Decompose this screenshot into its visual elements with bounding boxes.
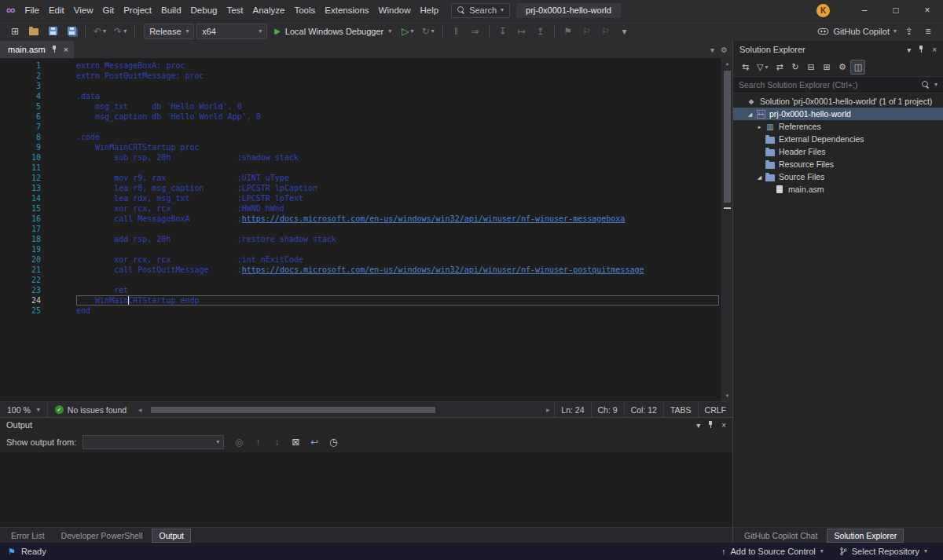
pending-changes-filter-icon[interactable]: ▽▾ xyxy=(754,60,771,75)
code-line[interactable]: xor rcx, rcx;int nExitCode xyxy=(76,254,719,265)
status-crlf[interactable]: CRLF xyxy=(698,402,732,417)
code-line[interactable]: mov r9, rax;UINT uType xyxy=(76,173,719,183)
tree-item-main-asm[interactable]: main.asm xyxy=(733,183,943,196)
output-content[interactable] xyxy=(0,452,732,527)
code-line[interactable]: add rsp, 20h;restore shadow stack xyxy=(76,234,719,244)
tab-list-icon[interactable]: ▾ xyxy=(710,46,714,54)
close-panel-icon[interactable]: × xyxy=(932,46,937,54)
start-without-debugging-icon[interactable]: ▷▾ xyxy=(398,23,416,40)
add-to-source-control-button[interactable]: ↑ Add to Source Control ▾ xyxy=(714,543,831,560)
status-ch[interactable]: Ch: 9 xyxy=(591,402,624,417)
editor-horizontal-scrollbar[interactable]: ◀ ▶ xyxy=(134,402,554,417)
previous-message-icon[interactable]: ↑ xyxy=(249,434,266,451)
tree-item-header-files[interactable]: Header Files xyxy=(733,145,943,158)
code-line[interactable]: ret xyxy=(76,285,719,295)
timestamp-icon[interactable]: ◷ xyxy=(325,434,342,451)
code-line[interactable]: lea rdx, msg_txt;LPCSTR lpText xyxy=(76,193,719,203)
code-line[interactable]: extrn PostQuitMessage: proc xyxy=(76,71,719,81)
editor-vertical-scrollbar[interactable]: ▲ ▼ xyxy=(721,58,732,401)
code-line[interactable] xyxy=(76,275,719,285)
send-feedback-icon[interactable]: ⇪ xyxy=(901,23,918,40)
menu-extensions[interactable]: Extensions xyxy=(320,3,373,17)
collapsed-arrow-icon[interactable]: ▸ xyxy=(755,124,764,130)
refresh-icon[interactable]: ↻ xyxy=(787,60,802,75)
menu-test[interactable]: Test xyxy=(222,3,248,17)
code-line[interactable] xyxy=(76,163,719,173)
code-line[interactable]: msg_txt db 'Hello World', 0 xyxy=(76,101,719,112)
tree-item-external-dependencies[interactable]: External Dependencies xyxy=(733,133,943,145)
preview-selected-items-icon[interactable]: ◫ xyxy=(850,60,865,75)
pin-icon[interactable] xyxy=(51,46,58,53)
code-line[interactable]: extrn MessageBoxA: proc xyxy=(76,60,719,71)
scroll-down-icon[interactable]: ▼ xyxy=(722,390,732,401)
toolbar-overflow-icon[interactable]: ▾ xyxy=(616,23,633,40)
show-next-statement-icon[interactable]: ⇒ xyxy=(467,23,484,40)
platform-dropdown[interactable]: x64 ▾ xyxy=(196,24,267,39)
menu-git[interactable]: Git xyxy=(97,3,119,17)
step-into-icon[interactable]: ↧ xyxy=(494,23,512,40)
start-debugging-button[interactable]: ▶ Local Windows Debugger ▾ xyxy=(270,23,396,40)
undo-icon[interactable]: ↶▾ xyxy=(90,23,109,40)
step-out-icon[interactable]: ↥ xyxy=(532,23,549,40)
panel-tab-developer-powershell[interactable]: Developer PowerShell xyxy=(54,529,150,543)
code-line[interactable]: lea r8, msg_caption;LPCSTR lpCaption xyxy=(76,183,719,193)
break-all-icon[interactable]: ‖ xyxy=(448,23,465,40)
menu-analyze[interactable]: Analyze xyxy=(248,3,290,17)
previous-bookmark-icon[interactable]: ⚐ xyxy=(578,23,596,40)
comment-link[interactable]: https://docs.microsoft.com/en-us/windows… xyxy=(242,265,644,274)
minimize-button[interactable]: – xyxy=(849,0,880,20)
menu-window[interactable]: Window xyxy=(374,3,416,17)
close-tab-icon[interactable]: × xyxy=(64,46,68,54)
next-message-icon[interactable]: ↓ xyxy=(268,434,285,451)
panel-tab-solution-explorer[interactable]: Solution Explorer xyxy=(827,529,904,543)
notifications-flag-icon[interactable]: ⚑ xyxy=(8,547,16,556)
vertical-scroll-track[interactable] xyxy=(722,69,732,390)
pin-icon[interactable] xyxy=(918,46,925,53)
hot-reload-icon[interactable]: ↻▾ xyxy=(418,23,437,40)
word-wrap-icon[interactable]: ↩ xyxy=(306,434,323,451)
properties-icon[interactable]: ⚙ xyxy=(835,60,849,75)
code-line[interactable]: WinMainCRTStartup endp xyxy=(76,295,719,306)
pin-icon[interactable] xyxy=(707,421,714,429)
find-message-icon[interactable]: ◎ xyxy=(230,434,248,451)
code-line[interactable]: call PostQuitMessage;https://docs.micros… xyxy=(76,265,719,275)
panel-tab-github-copilot-chat[interactable]: GitHub Copilot Chat xyxy=(737,529,824,543)
scroll-left-icon[interactable]: ◀ xyxy=(135,402,145,417)
menu-view[interactable]: View xyxy=(69,3,98,17)
document-well-options-icon[interactable]: ⚙ xyxy=(721,46,728,54)
menu-debug[interactable]: Debug xyxy=(186,3,222,17)
vertical-scroll-thumb[interactable] xyxy=(724,71,731,203)
maximize-button[interactable]: □ xyxy=(880,0,912,20)
code-editor[interactable]: 1234567891011121314151617181920212223242… xyxy=(0,58,732,401)
show-all-files-icon[interactable]: ⊞ xyxy=(819,60,834,75)
status-col[interactable]: Col: 12 xyxy=(624,402,663,417)
horizontal-scroll-thumb[interactable] xyxy=(151,407,435,413)
next-bookmark-icon[interactable]: ⚐ xyxy=(597,23,615,40)
tree-item-resource-files[interactable]: Resource Files xyxy=(733,158,943,170)
switch-views-icon[interactable]: ⇆ xyxy=(738,60,753,75)
menu-project[interactable]: Project xyxy=(119,3,156,17)
notifications-icon[interactable]: ≡ xyxy=(919,23,937,40)
close-panel-icon[interactable]: × xyxy=(721,421,726,430)
code-line[interactable]: .data xyxy=(76,91,719,101)
select-repository-button[interactable]: Select Repository ▾ xyxy=(831,543,935,560)
configuration-dropdown[interactable]: Release ▾ xyxy=(144,24,194,39)
solution-name-button[interactable]: prj-0x0001-hello-world xyxy=(516,3,621,18)
menu-build[interactable]: Build xyxy=(156,3,186,17)
code-line[interactable]: end xyxy=(76,306,719,316)
sync-with-active-document-icon[interactable]: ⇄ xyxy=(772,60,787,75)
tree-item-solution-prj-0x0001-hello-world-1-of-1-project[interactable]: ◆Solution 'prj-0x0001-hello-world' (1 of… xyxy=(733,95,943,108)
tree-item-references[interactable]: ▸▥References xyxy=(733,120,943,133)
horizontal-scroll-track[interactable] xyxy=(146,406,541,414)
menu-edit[interactable]: Edit xyxy=(44,3,69,17)
code-line[interactable] xyxy=(76,224,719,234)
expanded-arrow-icon[interactable]: ◢ xyxy=(755,174,764,180)
issues-indicator[interactable]: ✓ No issues found xyxy=(48,405,134,415)
tree-item-prj-0x0001-hello-world[interactable]: ◢++prj-0x0001-hello-world xyxy=(733,108,943,120)
search-box[interactable]: Search ▾ xyxy=(451,3,510,18)
menu-tools[interactable]: Tools xyxy=(289,3,320,17)
scroll-up-icon[interactable]: ▲ xyxy=(722,58,732,69)
scroll-right-icon[interactable]: ▶ xyxy=(543,402,552,417)
zoom-dropdown[interactable]: 100 % ▾ xyxy=(0,402,48,417)
window-position-icon[interactable]: ▾ xyxy=(907,46,911,54)
